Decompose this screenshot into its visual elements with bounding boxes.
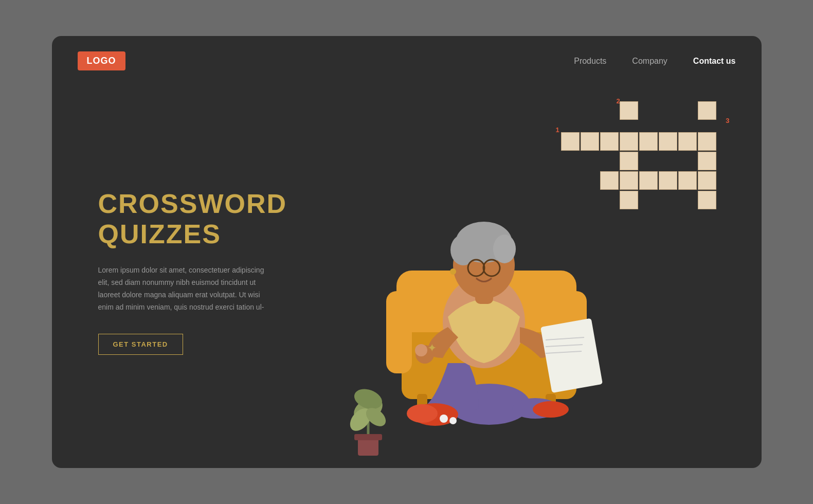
svg-rect-9	[386, 291, 412, 373]
sparkle-icon: ✦	[427, 341, 437, 355]
cell-h1-1	[581, 132, 599, 151]
logo-text: LOGO	[87, 56, 116, 66]
crossword: 2 1 3	[561, 101, 720, 235]
navbar: LOGO Products Company Contact us	[52, 36, 762, 76]
svg-point-29	[450, 268, 456, 275]
right-panel: 2 1 3	[319, 76, 762, 468]
nav-company[interactable]: Company	[632, 57, 667, 66]
main-content: CROSSWORD QUIZZES Lorem ipsum dolor sit …	[52, 76, 762, 468]
nav-links: Products Company Contact us	[574, 57, 735, 66]
cell-v3-3	[698, 171, 716, 190]
svg-point-25	[493, 235, 516, 263]
cell-h1-6	[678, 132, 697, 151]
svg-point-35	[533, 401, 569, 418]
cta-button[interactable]: GET STARTED	[98, 334, 183, 355]
hero-description: Lorem ipsum dolor sit amet, consectetuer…	[98, 264, 273, 313]
app-window: LOGO Products Company Contact us CROSSWO…	[52, 36, 762, 468]
cell-v3-2	[698, 152, 716, 170]
cell-v3-4	[698, 191, 716, 209]
left-panel: CROSSWORD QUIZZES Lorem ipsum dolor sit …	[52, 76, 319, 468]
crossword-number-3: 3	[726, 117, 729, 124]
cell-h2-0	[600, 171, 619, 190]
cell-v2-2	[620, 152, 638, 170]
hero-title: CROSSWORD QUIZZES	[98, 189, 294, 250]
nav-contact[interactable]: Contact us	[693, 57, 736, 66]
cell-v3-0	[698, 101, 716, 120]
cell-h1-4	[639, 132, 658, 151]
cell-h1-2	[600, 132, 619, 151]
crossword-number-1: 1	[556, 126, 559, 134]
cell-h1-3	[620, 132, 638, 151]
cell-v2-4	[620, 191, 638, 209]
cell-h1-5	[659, 132, 677, 151]
cw-grid	[561, 101, 720, 235]
cell-v2-0	[620, 101, 638, 120]
cell-h1-7	[698, 132, 716, 151]
svg-point-20	[415, 344, 427, 356]
svg-point-32	[440, 415, 448, 423]
cell-h2-1	[639, 171, 658, 190]
svg-point-31	[407, 404, 438, 423]
cell-v2-3	[620, 171, 638, 190]
svg-point-33	[449, 417, 457, 424]
logo[interactable]: LOGO	[78, 51, 125, 70]
cell-h2-2	[659, 171, 677, 190]
cell-h1-0	[561, 132, 580, 151]
cell-h2-3	[678, 171, 697, 190]
nav-products[interactable]: Products	[574, 57, 606, 66]
